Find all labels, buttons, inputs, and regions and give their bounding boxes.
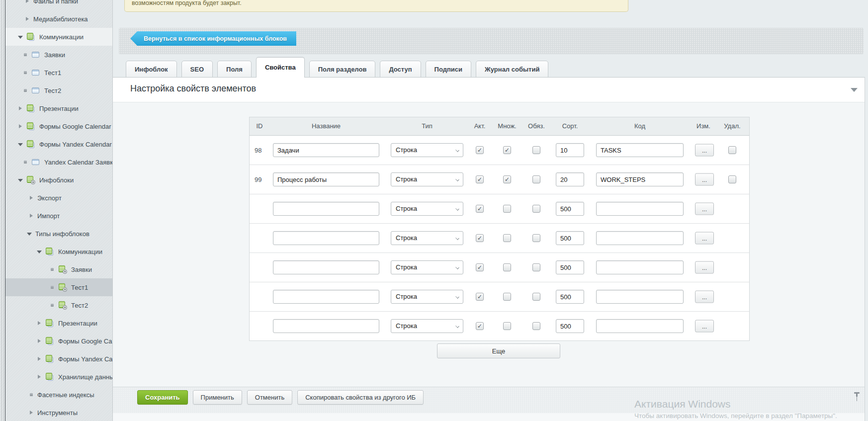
action-button-3[interactable]: Скопировать свойства из другого ИБ <box>297 390 424 405</box>
tree-toggle-icon[interactable] <box>36 356 42 362</box>
more-rows-button[interactable]: Еще <box>437 343 560 358</box>
sidebar-item[interactable]: Формы Google Calendar <box>5 117 112 135</box>
checkbox-multiple[interactable]: ✓ <box>503 322 511 330</box>
property-type-select[interactable]: Строка <box>391 260 463 274</box>
property-type-select[interactable]: Строка <box>391 143 463 157</box>
property-sort-input[interactable] <box>556 290 584 304</box>
tab-свойства[interactable]: Свойства <box>256 57 305 78</box>
property-code-input[interactable] <box>596 260 684 274</box>
property-type-select[interactable]: Строка <box>391 172 463 186</box>
tree-toggle-icon[interactable] <box>28 410 34 416</box>
sidebar-item[interactable]: Коммуникации <box>5 28 112 46</box>
property-edit-button[interactable]: ... <box>695 232 714 245</box>
action-button-2[interactable]: Отменить <box>247 390 292 405</box>
sidebar-item[interactable]: Импорт <box>5 207 112 225</box>
property-edit-button[interactable]: ... <box>695 291 714 303</box>
tree-toggle-icon[interactable] <box>17 177 23 183</box>
property-sort-input[interactable] <box>556 319 584 333</box>
property-name-input[interactable] <box>273 143 379 157</box>
tree-toggle-icon[interactable] <box>28 213 34 219</box>
property-edit-button[interactable]: ... <box>695 144 714 157</box>
tree-toggle-icon[interactable] <box>17 34 23 40</box>
sidebar-item[interactable]: Заявки <box>5 260 112 278</box>
checkbox-delete[interactable]: ✓ <box>728 146 736 154</box>
tree-toggle-icon[interactable] <box>36 374 42 380</box>
tab-подписи[interactable]: Подписи <box>426 61 471 78</box>
property-code-input[interactable] <box>596 172 684 186</box>
tab-журнал-событий[interactable]: Журнал событий <box>476 61 548 78</box>
sidebar-item[interactable]: Файлы и папки <box>5 0 112 10</box>
tree-toggle-icon[interactable] <box>24 16 30 22</box>
checkbox-required[interactable]: ✓ <box>532 263 540 271</box>
checkbox-multiple[interactable]: ✓ <box>503 234 511 242</box>
sidebar-item[interactable]: Формы Google Cale <box>5 332 112 350</box>
tree-toggle-icon[interactable] <box>17 123 23 129</box>
checkbox-active[interactable]: ✓ <box>476 205 484 213</box>
sidebar-item[interactable]: Инструменты <box>5 404 112 421</box>
tree-toggle-icon[interactable] <box>26 231 32 237</box>
tab-поля-разделов[interactable]: Поля разделов <box>309 61 376 78</box>
checkbox-active[interactable]: ✓ <box>476 322 484 330</box>
property-edit-button[interactable]: ... <box>695 261 714 274</box>
property-name-input[interactable] <box>273 290 379 304</box>
checkbox-required[interactable]: ✓ <box>532 234 540 242</box>
tree-toggle-icon[interactable] <box>22 52 28 58</box>
sidebar-item[interactable]: Yandex Calendar Заявки <box>5 153 112 171</box>
checkbox-required[interactable]: ✓ <box>532 146 540 154</box>
sidebar-item[interactable]: Фасетные индексы <box>5 386 112 404</box>
property-type-select[interactable]: Строка <box>391 290 463 304</box>
property-code-input[interactable] <box>596 290 684 304</box>
property-sort-input[interactable] <box>556 260 584 274</box>
property-name-input[interactable] <box>273 202 379 216</box>
tab-seo[interactable]: SEO <box>181 61 213 78</box>
checkbox-active[interactable]: ✓ <box>476 263 484 271</box>
checkbox-required[interactable]: ✓ <box>532 322 540 330</box>
checkbox-active[interactable]: ✓ <box>476 175 484 183</box>
property-edit-button[interactable]: ... <box>695 203 714 215</box>
property-name-input[interactable] <box>273 319 379 333</box>
property-name-input[interactable] <box>273 260 379 274</box>
checkbox-active[interactable]: ✓ <box>476 234 484 242</box>
property-sort-input[interactable] <box>556 172 584 186</box>
property-edit-button[interactable]: ... <box>695 320 714 333</box>
checkbox-required[interactable]: ✓ <box>532 293 540 301</box>
property-edit-button[interactable]: ... <box>695 173 714 186</box>
property-type-select[interactable]: Строка <box>391 231 463 245</box>
section-collapse-icon[interactable] <box>851 88 858 92</box>
property-name-input[interactable] <box>273 231 379 245</box>
tree-toggle-icon[interactable] <box>28 392 34 398</box>
property-sort-input[interactable] <box>556 202 584 216</box>
sidebar-item[interactable]: Формы Yandex Cale <box>5 350 112 368</box>
property-code-input[interactable] <box>596 202 684 216</box>
tree-toggle-icon[interactable] <box>22 159 28 165</box>
property-type-select[interactable]: Строка <box>391 202 463 216</box>
tree-toggle-icon[interactable] <box>17 141 23 147</box>
sidebar-item[interactable]: Экспорт <box>5 189 112 207</box>
sidebar-item[interactable]: Инфоблоки <box>5 171 112 189</box>
property-name-input[interactable] <box>273 172 379 186</box>
tree-toggle-icon[interactable] <box>49 302 55 308</box>
sidebar-item[interactable]: Тест1 <box>5 64 112 82</box>
sidebar-item[interactable]: Формы Yandex Calendar <box>5 135 112 153</box>
sidebar-item[interactable]: Презентации <box>5 99 112 117</box>
tree-toggle-icon[interactable] <box>22 70 28 76</box>
sidebar-item[interactable]: Типы инфоблоков <box>5 225 112 243</box>
tab-инфоблок[interactable]: Инфоблок <box>126 61 177 78</box>
tab-доступ[interactable]: Доступ <box>380 61 421 78</box>
save-button[interactable]: Сохранить <box>137 390 188 405</box>
checkbox-multiple[interactable]: ✓ <box>503 175 511 183</box>
tree-toggle-icon[interactable] <box>22 87 28 93</box>
pin-icon[interactable] <box>854 392 860 402</box>
checkbox-multiple[interactable]: ✓ <box>503 263 511 271</box>
tree-toggle-icon[interactable] <box>36 338 42 344</box>
tree-toggle-icon[interactable] <box>28 195 34 201</box>
tab-поля[interactable]: Поля <box>217 61 252 78</box>
checkbox-active[interactable]: ✓ <box>476 293 484 301</box>
tree-toggle-icon[interactable] <box>36 320 42 326</box>
checkbox-multiple[interactable]: ✓ <box>503 293 511 301</box>
sidebar-item[interactable]: Презентации <box>5 314 112 332</box>
sidebar-item[interactable]: Хранилище данных <box>5 368 112 386</box>
sidebar-item[interactable]: Тест1 <box>5 278 112 296</box>
checkbox-delete[interactable]: ✓ <box>728 175 736 183</box>
tree-toggle-icon[interactable] <box>49 266 55 272</box>
